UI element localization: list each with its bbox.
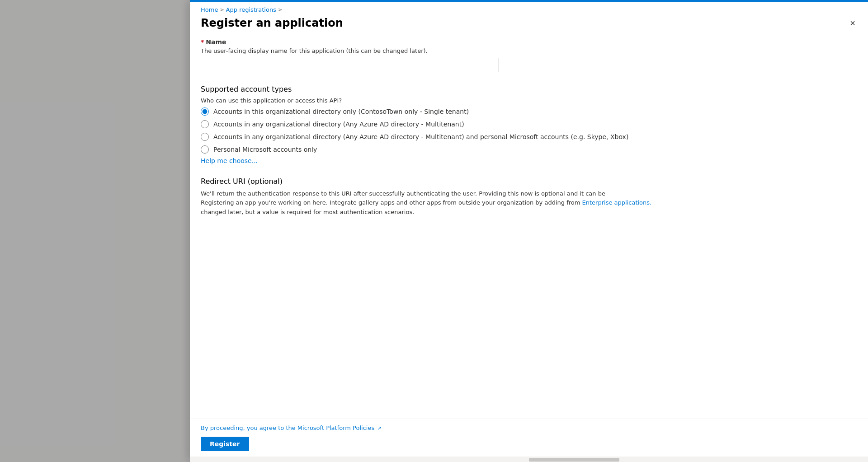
breadcrumb-app-registrations[interactable]: App registrations: [226, 6, 276, 13]
scrollbar-thumb: [529, 458, 619, 462]
scrollbar-track: [192, 458, 866, 462]
enterprise-applications-link[interactable]: Enterprise applications.: [582, 199, 652, 206]
breadcrumb-home[interactable]: Home: [201, 6, 218, 13]
radio-single-tenant[interactable]: [201, 107, 209, 116]
breadcrumb-separator-1: >: [220, 7, 224, 13]
register-button[interactable]: Register: [201, 437, 249, 451]
radio-item-personal-only[interactable]: Personal Microsoft accounts only: [201, 145, 857, 154]
page-title: Register an application: [201, 17, 343, 29]
redirect-desc-2: changed later, but a value is required f…: [201, 209, 857, 215]
register-application-panel: Home > App registrations > Register an a…: [190, 0, 868, 462]
radio-label-personal-only: Personal Microsoft accounts only: [213, 146, 317, 153]
horizontal-scrollbar[interactable]: [190, 457, 868, 462]
radio-item-single-tenant[interactable]: Accounts in this organizational director…: [201, 107, 857, 116]
overlay: Home > App registrations > Register an a…: [0, 0, 868, 462]
account-types-section: Supported account types Who can use this…: [201, 85, 857, 164]
breadcrumb: Home > App registrations >: [190, 2, 868, 15]
policy-text: By proceeding, you agree to the Microsof…: [201, 425, 857, 431]
redirect-uri-description: We'll return the authentication response…: [201, 189, 857, 207]
radio-multitenant-personal[interactable]: [201, 133, 209, 141]
account-types-radio-group: Accounts in this organizational director…: [201, 107, 857, 154]
radio-personal-only[interactable]: [201, 145, 209, 154]
name-description: The user-facing display name for this ap…: [201, 47, 857, 54]
account-types-description: Who can use this application or access t…: [201, 97, 857, 104]
radio-label-multitenant: Accounts in any organizational directory…: [213, 121, 464, 128]
name-section: *Name The user-facing display name for t…: [201, 38, 857, 72]
name-label: *Name: [201, 38, 857, 46]
breadcrumb-separator-2: >: [278, 7, 282, 13]
account-types-heading: Supported account types: [201, 85, 857, 93]
close-button[interactable]: ×: [848, 17, 857, 29]
radio-multitenant[interactable]: [201, 120, 209, 128]
name-input[interactable]: [201, 58, 499, 72]
redirect-desc-1: We'll return the authentication response…: [201, 190, 605, 197]
redirect-uri-section: Redirect URI (optional) We'll return the…: [201, 177, 857, 215]
external-link-icon: ↗: [377, 425, 381, 431]
panel-header: Register an application ×: [190, 15, 868, 35]
help-me-choose-link[interactable]: Help me choose...: [201, 157, 258, 164]
radio-label-multitenant-personal: Accounts in any organizational directory…: [213, 133, 628, 140]
redirect-desc-overlay: Registering an app you're working on her…: [201, 199, 580, 206]
radio-item-multitenant[interactable]: Accounts in any organizational directory…: [201, 120, 857, 128]
radio-label-single-tenant: Accounts in this organizational director…: [213, 108, 469, 115]
required-star: *: [201, 38, 204, 46]
policy-link[interactable]: By proceeding, you agree to the Microsof…: [201, 425, 374, 431]
redirect-uri-heading: Redirect URI (optional): [201, 177, 857, 186]
panel-content: *Name The user-facing display name for t…: [190, 35, 868, 419]
radio-item-multitenant-personal[interactable]: Accounts in any organizational directory…: [201, 133, 857, 141]
panel-footer: By proceeding, you agree to the Microsof…: [190, 419, 868, 457]
